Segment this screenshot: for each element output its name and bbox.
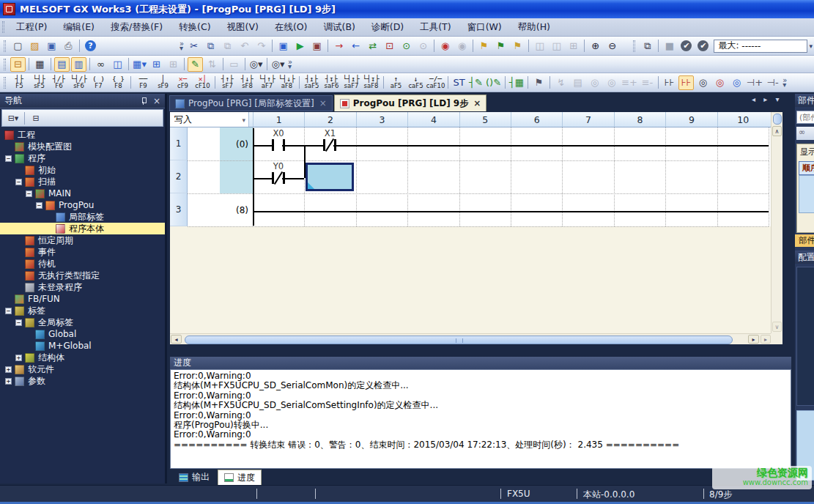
edit-contact-icon[interactable]: ┤✎ (468, 75, 484, 90)
docking-window-icon[interactable]: ⧉ (640, 39, 655, 53)
bottom-tab-进度[interactable]: 进度 (218, 470, 262, 485)
zoom-out-icon[interactable]: ⊖ (604, 39, 620, 53)
save-project-icon[interactable]: ▣ (44, 39, 59, 53)
menu-item-4[interactable]: 转换(C) (171, 19, 218, 36)
undo-ladder-icon[interactable]: ↯ (553, 75, 569, 90)
ladder-symbol-saF7[interactable]: └┤↥├saF7 (341, 74, 361, 92)
navigation-window-icon[interactable]: ⊟ (10, 57, 26, 72)
statement-doc-icon[interactable]: ▤ (570, 75, 585, 90)
st-editor-icon[interactable]: ST (451, 75, 467, 90)
ladder-symbol-caF5[interactable]: ↓caF5 (406, 74, 426, 92)
print-icon[interactable]: ⎙ (61, 39, 76, 53)
comment-edit-icon[interactable]: ⚑ (531, 75, 547, 90)
ladder-symbol-sF8[interactable]: ┤↓├sF8 (237, 74, 257, 92)
vscroll-thumb[interactable] (773, 114, 782, 125)
device-initial-value-icon[interactable]: ⊞ (166, 57, 181, 72)
new-file-icon[interactable]: ▢ (10, 39, 26, 53)
tree-expander-icon[interactable]: − (15, 319, 22, 326)
tree-expander-icon[interactable]: + (5, 366, 12, 373)
tree-expander-icon[interactable]: − (26, 190, 32, 197)
tree-item-扫描[interactable]: −扫描 (0, 176, 165, 188)
menu-item-2[interactable]: 编辑(E) (55, 19, 103, 36)
selected-cell[interactable] (306, 163, 354, 191)
menu-item-3[interactable]: 搜索/替换(F) (103, 19, 171, 36)
toolbar-overflow-icon[interactable]: »▾ (288, 60, 292, 69)
scan-time-dropdown-icon[interactable]: ▾ (809, 42, 813, 50)
close-tab-icon[interactable]: × (473, 98, 481, 108)
tree-item-初始[interactable]: 初始 (0, 164, 165, 176)
ladder-symbol-aF7[interactable]: └┤↑├aF7 (257, 74, 277, 92)
help-icon[interactable]: ? (83, 39, 98, 53)
ladder-symbol-sF9[interactable]: │sF9 (153, 74, 173, 92)
search-next-icon[interactable]: ◎ (604, 75, 619, 90)
ladder-symbol-F5[interactable]: ┤├F5 (10, 74, 29, 92)
tree-item-模块配置图[interactable]: 模块配置图 (0, 141, 165, 152)
tree-expander-icon[interactable]: + (5, 378, 12, 385)
menu-item-6[interactable]: 在线(O) (267, 19, 316, 36)
tree-item-参数[interactable]: +参数 (0, 375, 165, 387)
tree-expander-icon[interactable]: + (15, 355, 22, 361)
menu-item-10[interactable]: 窗口(W) (459, 19, 510, 36)
verify-with-plc-icon[interactable]: ⇄ (365, 39, 380, 53)
device-memory-icon[interactable]: ⊞ (149, 57, 164, 72)
current-connection-icon[interactable]: ◉ (437, 39, 453, 53)
menu-item-1[interactable]: 工程(P) (8, 19, 55, 36)
tree-item-恒定周期[interactable]: 恒定周期 (0, 234, 165, 246)
device-display-icon[interactable]: ◉ (454, 39, 470, 53)
tree-item-标签[interactable]: −标签 (0, 305, 165, 316)
window-tile-icon[interactable]: ⊞ (566, 39, 581, 53)
element-search-input[interactable]: (部件 (796, 111, 814, 124)
tree-display-option-icon[interactable]: ⊟▾ (4, 111, 22, 125)
memory-card-icon[interactable]: ▭ (226, 57, 242, 72)
scroll-left-icon[interactable]: ◂ (171, 335, 182, 344)
scroll-down-icon[interactable]: ∨ (772, 322, 782, 332)
ladder-symbol-cF9[interactable]: ✕─cF9 (173, 74, 193, 92)
tree-expander-icon[interactable]: − (5, 308, 12, 314)
tab-parts[interactable]: 部件 (795, 234, 814, 247)
pointer-branch-icon[interactable]: ⊦⊦ (678, 75, 694, 90)
tree-item-未登录程序[interactable]: 未登录程序 (0, 281, 165, 293)
start-simulation-icon[interactable]: ▶ (292, 39, 308, 53)
tree-expander-icon[interactable]: − (15, 179, 22, 185)
ladder-editor[interactable]: 写入▾12345678910123(0)X0X1Y0(8) (170, 112, 771, 333)
menu-item-9[interactable]: 工具(T) (412, 19, 459, 36)
tree-expander-icon[interactable]: − (5, 155, 12, 162)
document-tab-1[interactable]: ProgPou [PRG] [局部标签设置]× (169, 95, 333, 111)
tree-item-Global[interactable]: Global (0, 328, 165, 340)
ladder-symbol-F6[interactable]: ┤/├F6 (49, 74, 69, 92)
program-list-icon[interactable]: ▤ (54, 57, 70, 72)
nc-contact-X1[interactable] (317, 138, 343, 152)
scroll-right2-icon[interactable]: ▸ (761, 335, 771, 344)
tree-item-软元件[interactable]: +软元件 (0, 363, 165, 375)
editor-horizontal-scrollbar[interactable]: ◂ ▸ ▸ (170, 333, 771, 344)
cross-reference-icon[interactable]: ∞ (93, 57, 108, 72)
register-device-icon[interactable]: ┤▦ (508, 75, 525, 90)
redo-icon[interactable]: ↷ (254, 39, 269, 53)
tree-item-FB/FUN[interactable]: FB/FUN (0, 293, 165, 305)
tree-item-程序本体[interactable]: 程序本体 (0, 223, 165, 234)
connection-destination-icon[interactable]: ▣ (275, 39, 291, 53)
binoculars-icon[interactable]: ∞ (796, 127, 814, 140)
tree-item-事件[interactable]: 事件 (0, 246, 165, 258)
mode-selector[interactable]: 写入▾ (170, 112, 249, 127)
device-comment-dropdown-icon[interactable]: ▦▾ (132, 57, 147, 72)
element-list[interactable] (799, 175, 814, 213)
edit-coil-icon[interactable]: ()✎ (485, 75, 502, 90)
statement-display-icon[interactable]: ⚑ (476, 39, 492, 53)
ladder-symbol-caF10[interactable]: ─/─caF10 (426, 74, 445, 92)
insert-column-icon[interactable]: ⊣+ (746, 75, 763, 90)
tree-item-MAIN[interactable]: −MAIN (0, 188, 165, 199)
menu-item-5[interactable]: 视图(V) (219, 19, 267, 36)
device-batch-monitor2-icon[interactable]: ◎ (729, 75, 744, 90)
scroll-up-icon[interactable]: ∧ (772, 126, 782, 136)
convert-ok-icon[interactable]: ✔ (678, 39, 694, 53)
menu-item-7[interactable]: 调试(B) (316, 19, 363, 36)
ladder-symbol-saF8[interactable]: └┤↧├saF8 (361, 74, 381, 92)
tree-item-结构体[interactable]: +结构体 (0, 352, 165, 363)
note-display-icon[interactable]: ⚑ (493, 39, 508, 53)
tab-sequence[interactable]: 顺序 (799, 161, 814, 175)
menu-item-11[interactable]: 帮助(H) (510, 19, 558, 36)
write-to-plc-icon[interactable]: → (331, 39, 347, 53)
tree-item-待机[interactable]: 待机 (0, 258, 165, 270)
window-split-icon[interactable]: ◫ (532, 39, 547, 53)
